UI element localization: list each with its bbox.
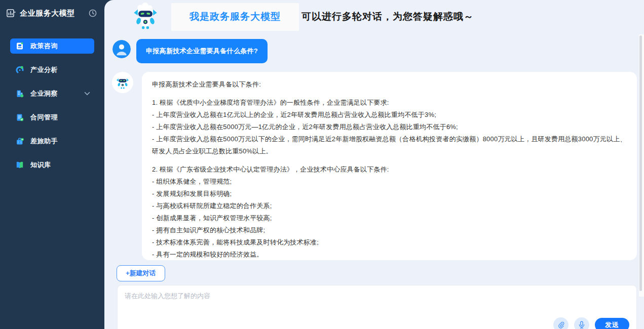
microphone-icon [578, 321, 586, 329]
suitcase-icon [15, 137, 24, 146]
bot-message-line: - 发展规划和发展目标明确; [152, 188, 627, 200]
sidebar-item-label: 差旅助手 [30, 137, 90, 146]
sidebar-item-travel[interactable]: 差旅助手 [10, 134, 94, 149]
composer-actions: 发送 [553, 317, 629, 329]
book-icon [15, 160, 24, 170]
bot-message-line: - 技术标准体系完善，能将科技成果及时转化为技术标准; [152, 236, 627, 249]
history-clock-icon[interactable] [88, 9, 97, 18]
bot-message-line: - 创新成果显著，知识产权管理水平较高; [152, 212, 627, 224]
bot-message-line: 2. 根据《广东省级企业技术中心认定管理办法》，企业技术中心应具备以下条件: [152, 163, 627, 176]
microphone-button[interactable] [574, 317, 589, 329]
sidebar-header: 企业服务大模型 [0, 0, 104, 18]
chat-header: 我是政务服务大模型 可以进行多轮对话，为您答疑解惑哦～ [104, 0, 644, 33]
bot-message-line: - 上年度营业收入总额在5000万元以下的企业，需同时满足近2年新增股权融资总额… [152, 133, 627, 157]
composer: 发送 [117, 285, 637, 329]
contract-doc-icon [15, 113, 24, 122]
new-chat-button[interactable]: +新建对话 [117, 265, 165, 281]
sidebar-item-label: 合同管理 [30, 113, 90, 122]
attachment-button[interactable] [553, 317, 569, 329]
bot-message-line: - 拥有自主知识产权的核心技术和品牌; [152, 224, 627, 236]
chevron-down-icon[interactable] [84, 92, 90, 96]
assistant-intro-text: 我是政务服务大模型 [190, 10, 281, 23]
bot-message-line: 1. 根据《优质中小企业梯度培育管理办法》的一般性条件，企业需满足以下要求: [152, 97, 627, 109]
bot-message-line: - 具有一定的规模和较好的经济效益。 [152, 249, 627, 260]
sidebar-item-insight[interactable]: 企业洞察 [10, 86, 94, 101]
sidebar-item-label: 政策咨询 [30, 42, 90, 51]
send-button[interactable]: 发送 [595, 318, 629, 329]
user-message-bubble: 申报高新技术企业需要具备什么条件? [136, 39, 268, 63]
bot-message-line: - 上年度营业收入总额在1亿元以上的企业，近2年研发费用总额占营业收入总额比重均… [152, 109, 627, 121]
bot-message-line: - 上年度营业收入总额在5000万元—1亿元的企业，近2年研发费用总额占营业收入… [152, 121, 627, 133]
industry-chart-icon [15, 65, 24, 74]
app-title: 企业服务大模型 [20, 9, 88, 18]
assistant-intro-highlight: 我是政务服务大模型 [171, 3, 299, 31]
sidebar-item-label: 产业分析 [30, 65, 90, 74]
policy-doc-icon [15, 42, 24, 51]
sidebar-item-knowledge[interactable]: 知识库 [10, 157, 94, 173]
sidebar-item-label: 知识库 [30, 160, 90, 170]
sidebar-item-industry[interactable]: 产业分析 [10, 62, 94, 77]
robot-mascot-icon [125, 1, 166, 33]
building-icon [15, 89, 24, 98]
bot-message-line: 申报高新技术企业需要具备以下条件: [152, 78, 627, 91]
sidebar-item-label: 企业洞察 [30, 89, 84, 98]
bot-message-line: - 与高校或科研院所建立稳定的合作关系; [152, 200, 627, 212]
user-message-row: 申报高新技术企业需要具备什么条件? [112, 39, 644, 63]
sidebar: 企业服务大模型 政策咨询产业分析企业洞察合同管理差旅助手知识库 [0, 0, 104, 329]
bot-message-panel: 申报高新技术企业需要具备以下条件:1. 根据《优质中小企业梯度培育管理办法》的一… [142, 72, 637, 260]
bot-message-gap [152, 91, 627, 97]
user-avatar [112, 40, 131, 58]
bot-message-gap [152, 157, 627, 163]
sidebar-item-policy[interactable]: 政策咨询 [10, 38, 94, 54]
app-logo-icon [6, 8, 16, 18]
main-area: 我是政务服务大模型 可以进行多轮对话，为您答疑解惑哦～ 申报高新技术企业需要具备… [104, 0, 644, 329]
assistant-subtitle: 可以进行多轮对话，为您答疑解惑哦～ [301, 10, 474, 23]
bot-avatar [112, 72, 133, 93]
sidebar-item-contract[interactable]: 合同管理 [10, 110, 94, 125]
scrollbar-thumb[interactable] [639, 35, 642, 291]
app-window: 企业服务大模型 政策咨询产业分析企业洞察合同管理差旅助手知识库 [0, 0, 644, 329]
bot-message-line: - 组织体系健全，管理规范; [152, 176, 627, 188]
paperclip-icon [557, 321, 565, 329]
sidebar-menu: 政策咨询产业分析企业洞察合同管理差旅助手知识库 [0, 38, 104, 173]
bot-message-row: 申报高新技术企业需要具备以下条件:1. 根据《优质中小企业梯度培育管理办法》的一… [112, 72, 644, 260]
